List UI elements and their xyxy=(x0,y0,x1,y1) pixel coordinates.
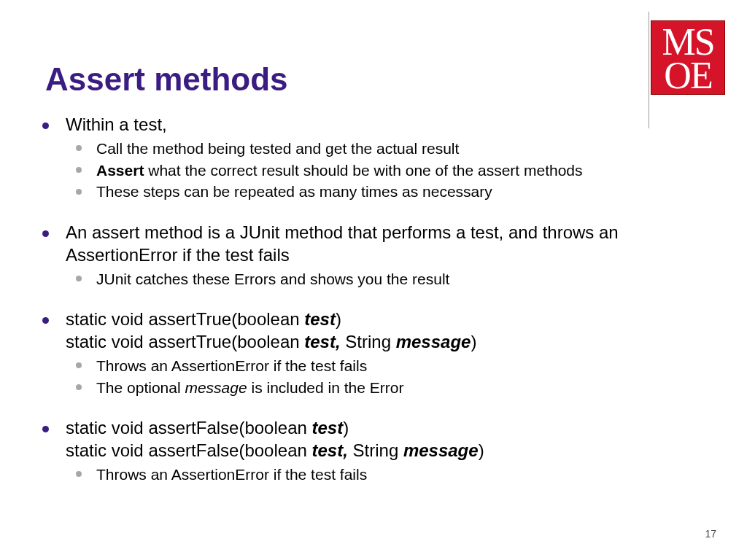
b4-l1-em: test xyxy=(312,418,344,438)
bullet-list: Within a test, Call the method being tes… xyxy=(35,114,718,486)
b3s2-pre: The optional xyxy=(96,379,185,396)
bullet-3-sub: Throws an AssertionError if the test fai… xyxy=(66,355,718,399)
bullet-2-sub-1: JUnit catches these Errors and shows you… xyxy=(66,268,718,290)
spacer xyxy=(35,398,718,417)
bullet-2c: if the test fails xyxy=(177,245,289,265)
b4s1-post: if the test fails xyxy=(269,466,367,483)
b4s1-ae: AssertionError xyxy=(171,466,269,483)
b3-l1-post: ) xyxy=(336,309,341,329)
bullet-3: static void assertTrue(boolean test) sta… xyxy=(35,308,718,398)
bullet-3-sub-2: The optional message is included in the … xyxy=(66,377,718,399)
bullet-2: An assert method is a JUnit method that … xyxy=(35,222,718,289)
slide-number: 17 xyxy=(705,528,716,540)
bullet-1: Within a test, Call the method being tes… xyxy=(35,114,718,203)
b3-l2-post: ) xyxy=(471,332,476,351)
b4-l2-em1: test, xyxy=(312,440,348,460)
bullet-2a: An assert method is a JUnit method that … xyxy=(66,222,619,242)
b3-l1-pre: static void assertTrue(boolean xyxy=(66,309,304,329)
spacer xyxy=(35,203,718,222)
assert-bold: Assert xyxy=(96,162,144,179)
b4-l2-em2: message xyxy=(403,440,479,460)
b4-l2-mid: String xyxy=(348,440,403,460)
bullet-1-sub-1: Call the method being tested and get the… xyxy=(66,138,718,160)
bullet-1-sub-2-rest: what the correct result should be with o… xyxy=(144,162,582,179)
b4s1-pre: Throws an xyxy=(96,466,171,483)
logo-line2: OE xyxy=(664,55,711,96)
bullet-1-sub-2: Assert what the correct result should be… xyxy=(66,160,718,182)
b4-l2-post: ) xyxy=(479,440,484,460)
bullet-2b: AssertionError xyxy=(66,245,177,265)
bullet-3-sub-1: Throws an AssertionError if the test fai… xyxy=(66,355,718,377)
slide-content: Within a test, Call the method being tes… xyxy=(35,114,718,486)
b3-l2-em2: message xyxy=(396,332,471,351)
b3-l2-mid: String xyxy=(341,332,396,351)
b3-l2-em1: test, xyxy=(304,332,340,351)
bullet-1-text: Within a test, xyxy=(66,114,167,134)
b3-l1-em: test xyxy=(304,309,336,329)
b3-l2-pre: static void assertTrue(boolean xyxy=(66,332,304,351)
b3s1-pre: Throws an xyxy=(96,357,171,374)
msoe-logo: MS OE xyxy=(651,20,725,95)
bullet-4-sub: Throws an AssertionError if the test fai… xyxy=(66,464,718,486)
b4-l1-post: ) xyxy=(343,418,349,438)
bullet-4-sub-1: Throws an AssertionError if the test fai… xyxy=(66,464,718,486)
bullet-1-sub: Call the method being tested and get the… xyxy=(66,138,718,203)
b4-l1-pre: static void assertFalse(boolean xyxy=(66,418,312,438)
bullet-1-sub-3: These steps can be repeated as many time… xyxy=(66,181,718,203)
slide: MS OE Assert methods Within a test, Call… xyxy=(0,0,747,560)
bullet-2-sub: JUnit catches these Errors and shows you… xyxy=(66,268,718,290)
b3s1-ae: AssertionError xyxy=(171,357,269,374)
slide-title: Assert methods xyxy=(45,61,288,98)
logo-divider xyxy=(649,12,649,128)
bullet-4: static void assertFalse(boolean test) st… xyxy=(35,417,718,485)
b3s1-post: if the test fails xyxy=(269,357,367,374)
b3s2-post: is included in the Error xyxy=(247,379,404,396)
b4-l2-pre: static void assertFalse(boolean xyxy=(66,440,312,460)
logo-text: MS OE xyxy=(651,21,724,93)
spacer xyxy=(35,289,718,308)
b3s2-em: message xyxy=(185,379,247,396)
